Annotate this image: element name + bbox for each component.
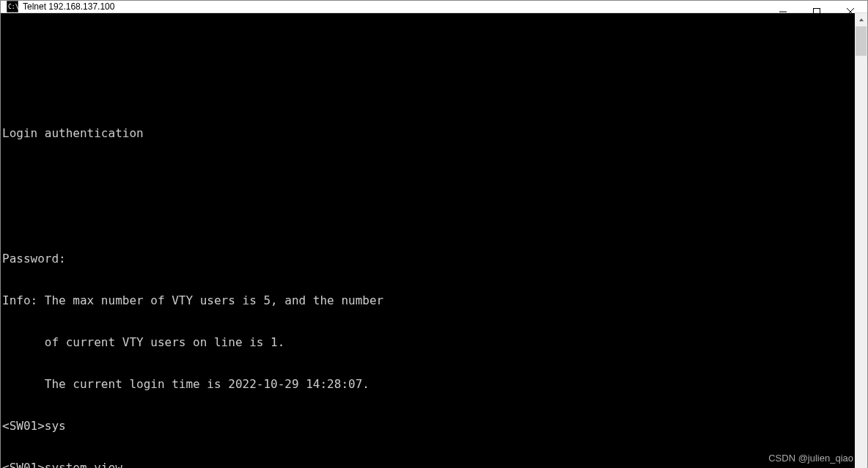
terminal-line (2, 84, 855, 98)
terminal-line (2, 43, 855, 56)
vertical-scrollbar[interactable] (855, 13, 867, 468)
terminal-line: Info: The max number of VTY users is 5, … (2, 293, 855, 307)
window-title: Telnet 192.168.137.100 (23, 1, 114, 12)
terminal-output[interactable]: Login authentication Password: Info: The… (1, 13, 855, 468)
telnet-window: C:\ Telnet 192.168.137.100 Login authent… (0, 0, 868, 468)
svg-marker-6 (859, 18, 864, 21)
terminal-line: <SW01>system-view (2, 461, 855, 468)
title-bar: C:\ Telnet 192.168.137.100 (1, 1, 867, 13)
terminal-line: Login authentication (2, 126, 855, 140)
svg-text:C:\: C:\ (8, 4, 18, 10)
cmd-icon: C:\ (7, 1, 18, 12)
terminal-line (2, 168, 855, 182)
terminal-line: Password: (2, 252, 855, 266)
terminal-line: <SW01>sys (2, 419, 855, 433)
scroll-up-button[interactable] (855, 13, 867, 26)
terminal-line (2, 210, 855, 224)
terminal-line: of current VTY users on line is 1. (2, 335, 855, 349)
terminal-area: Login authentication Password: Info: The… (1, 13, 867, 468)
scroll-thumb[interactable] (856, 26, 867, 56)
terminal-line: The current login time is 2022-10-29 14:… (2, 377, 855, 391)
